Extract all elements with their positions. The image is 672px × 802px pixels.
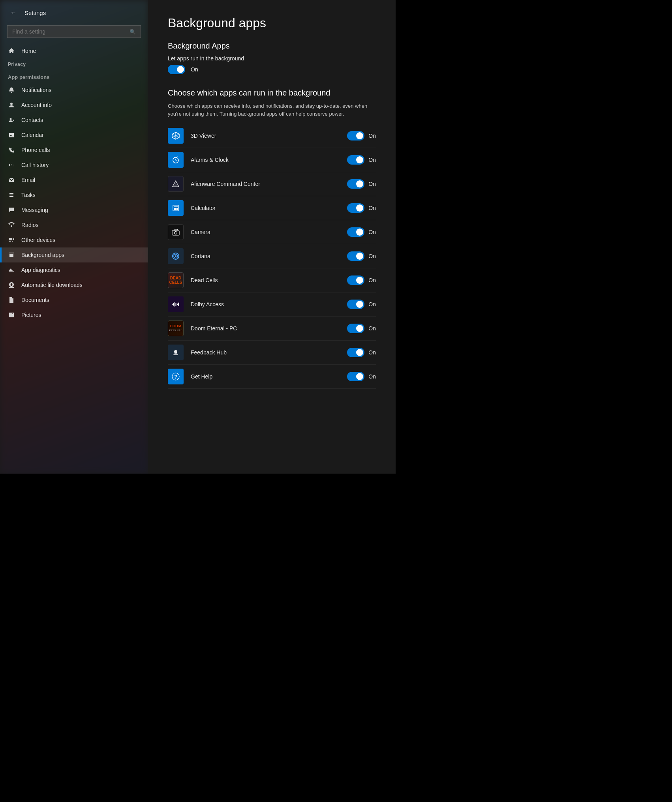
choose-section-desc: Choose which apps can receive info, send… — [168, 102, 376, 118]
bg-apps-section-title: Background Apps — [168, 41, 376, 51]
app-row-calculator: Calculator On — [168, 196, 376, 220]
toggle-dead-cells[interactable] — [347, 275, 364, 285]
sidebar-item-contacts[interactable]: Contacts — [0, 112, 148, 127]
back-button[interactable]: ← — [8, 7, 19, 18]
app-icon-cortana — [168, 248, 184, 264]
svg-line-6 — [176, 160, 177, 161]
app-list: 3D Viewer On Alarms & Clock On — [168, 124, 376, 389]
sidebar-item-calendar[interactable]: Calendar — [0, 127, 148, 142]
sidebar-item-label-tasks: Tasks — [21, 192, 36, 198]
bell-icon — [8, 86, 15, 94]
contacts-icon — [8, 116, 15, 124]
sidebar-item-label-account-info: Account info — [21, 102, 52, 108]
sidebar-item-label-messaging: Messaging — [21, 207, 48, 213]
toggle-camera[interactable] — [347, 227, 364, 237]
toggle-state-calculator: On — [368, 205, 376, 211]
toggle-state-dead-cells: On — [368, 277, 376, 283]
sidebar-item-pictures[interactable]: Pictures — [0, 307, 148, 322]
sidebar-item-other-devices[interactable]: Other devices — [0, 232, 148, 247]
app-toggle-wrap-alarms-clock: On — [347, 155, 376, 165]
app-name-dolby-access: Dolby Access — [191, 301, 340, 307]
sidebar-item-call-history[interactable]: Call history — [0, 157, 148, 172]
app-name-dead-cells: Dead Cells — [191, 277, 340, 283]
toggle-doom-eternal[interactable] — [347, 324, 364, 333]
svg-rect-12 — [174, 206, 178, 207]
sidebar-item-label-automatic-file-downloads: Automatic file downloads — [21, 282, 83, 288]
person-icon — [8, 101, 15, 109]
app-icon-alienware — [168, 176, 184, 192]
devices-icon — [8, 236, 15, 244]
toggle-get-help[interactable] — [347, 372, 364, 381]
toggle-state-get-help: On — [368, 373, 376, 380]
search-input[interactable] — [12, 28, 126, 35]
app-icon-feedback-hub — [168, 345, 184, 360]
sidebar-item-email[interactable]: Email — [0, 172, 148, 187]
sidebar-title: Settings — [24, 9, 46, 16]
toggle-calculator[interactable] — [347, 203, 364, 213]
svg-rect-16 — [174, 209, 175, 210]
toggle-state-alarms-clock: On — [368, 157, 376, 163]
toggle-cortana[interactable] — [347, 251, 364, 261]
app-name-get-help: Get Help — [191, 373, 340, 380]
app-toggle-wrap-alienware: On — [347, 179, 376, 189]
sidebar-item-label-call-history: Call history — [21, 162, 49, 168]
toggle-state-feedback-hub: On — [368, 349, 376, 356]
toggle-alienware[interactable] — [347, 179, 364, 189]
app-row-cortana: Cortana On — [168, 244, 376, 268]
sidebar-item-radios[interactable]: Radios — [0, 217, 148, 232]
history-icon — [8, 161, 15, 169]
sidebar-item-label-radios: Radios — [21, 222, 39, 228]
app-row-dolby-access: Dolby Access On — [168, 292, 376, 317]
toggle-state-dolby-access: On — [368, 301, 376, 307]
sidebar-item-label-background-apps: Background apps — [21, 252, 64, 258]
sidebar-item-label-notifications: Notifications — [21, 87, 51, 93]
app-name-alarms-clock: Alarms & Clock — [191, 157, 340, 163]
app-icon-dolby-access — [168, 296, 184, 312]
sidebar-item-notifications[interactable]: Notifications — [0, 82, 148, 97]
sidebar-item-documents[interactable]: Documents — [0, 292, 148, 307]
svg-marker-25 — [177, 302, 179, 307]
main-toggle-row: On — [168, 65, 376, 74]
app-icon-calculator — [168, 200, 184, 216]
app-toggle-wrap-dolby-access: On — [347, 300, 376, 309]
messaging-icon — [8, 206, 15, 214]
main-background-toggle[interactable] — [168, 65, 185, 74]
svg-rect-17 — [175, 209, 176, 210]
sidebar-item-messaging[interactable]: Messaging — [0, 202, 148, 217]
toggle-3d-viewer[interactable] — [347, 131, 364, 141]
app-icon-doom-eternal: DOOMETERNAL — [168, 320, 184, 336]
downloads-icon — [8, 281, 15, 289]
svg-rect-13 — [174, 208, 175, 209]
app-name-camera: Camera — [191, 229, 340, 235]
toggle-feedback-hub[interactable] — [347, 348, 364, 357]
sidebar-item-label-email: Email — [21, 177, 35, 183]
sidebar-item-home[interactable]: Home — [0, 43, 148, 58]
sidebar-header: ← Settings — [0, 0, 148, 22]
svg-line-8 — [176, 157, 178, 157]
app-row-doom-eternal: DOOMETERNAL Doom Eternal - PC On — [168, 317, 376, 341]
sidebar-item-phone-calls[interactable]: Phone calls — [0, 142, 148, 157]
diagnostics-icon — [8, 266, 15, 274]
choose-section-title: Choose which apps can run in the backgro… — [168, 88, 376, 97]
app-name-alienware: Alienware Command Center — [191, 181, 340, 187]
app-name-3d-viewer: 3D Viewer — [191, 133, 340, 139]
calendar-icon — [8, 131, 15, 139]
svg-line-7 — [174, 157, 175, 157]
toggle-alarms-clock[interactable] — [347, 155, 364, 165]
toggle-state-doom-eternal: On — [368, 325, 376, 332]
toggle-dolby-access[interactable] — [347, 300, 364, 309]
sidebar: ← Settings 🔍 Home Privacy App permission… — [0, 0, 148, 474]
phone-icon — [8, 146, 15, 154]
sidebar-item-background-apps[interactable]: Background apps — [0, 247, 148, 262]
documents-icon — [8, 296, 15, 304]
sidebar-item-app-diagnostics[interactable]: App diagnostics — [0, 262, 148, 277]
search-box: 🔍 — [7, 25, 141, 38]
app-toggle-wrap-dead-cells: On — [347, 275, 376, 285]
sidebar-item-account-info[interactable]: Account info — [0, 97, 148, 112]
sidebar-item-automatic-file-downloads[interactable]: Automatic file downloads — [0, 277, 148, 292]
app-row-3d-viewer: 3D Viewer On — [168, 124, 376, 148]
sidebar-section-privacy: Privacy — [0, 58, 148, 69]
app-icon-alarms-clock — [168, 152, 184, 168]
sidebar-item-tasks[interactable]: Tasks — [0, 187, 148, 202]
let-apps-label: Let apps run in the background — [168, 55, 376, 62]
